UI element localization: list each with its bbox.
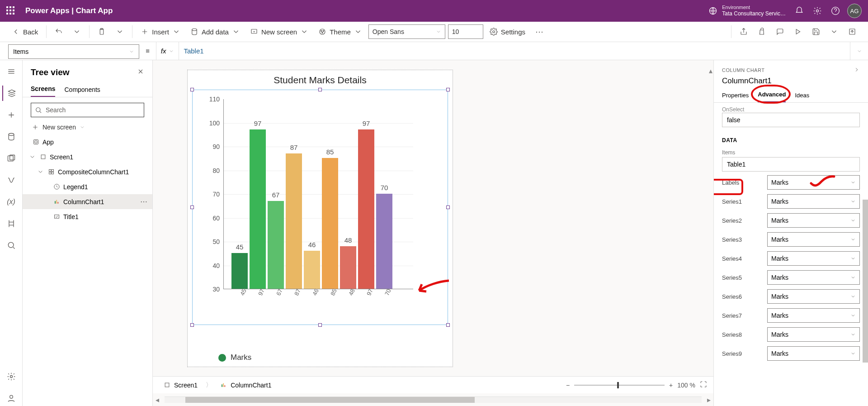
prop-field-select[interactable]: Marks <box>767 327 860 342</box>
tab-properties[interactable]: Properties <box>722 92 749 102</box>
help-icon[interactable] <box>826 2 844 20</box>
theme-button[interactable]: Theme <box>315 26 366 38</box>
tab-components[interactable]: Components <box>64 86 100 97</box>
new-screen-button[interactable]: New screen <box>23 120 152 134</box>
prop-field-select[interactable]: Marks <box>767 232 860 247</box>
horizontal-scrollbar[interactable] <box>165 396 702 403</box>
user-avatar[interactable]: AG <box>847 4 862 18</box>
undo-split-button[interactable] <box>69 26 85 38</box>
rail-treeview-icon[interactable] <box>2 86 20 101</box>
chart-legend: Marks <box>218 353 251 362</box>
svg-point-18 <box>9 395 13 398</box>
prop-field-select[interactable]: Marks <box>767 346 860 361</box>
fit-to-window-icon[interactable] <box>700 381 707 389</box>
prop-field-select[interactable]: Marks <box>767 213 860 228</box>
expand-pane-icon[interactable] <box>854 67 860 74</box>
tree-search-input[interactable]: Search <box>31 103 144 117</box>
svg-rect-23 <box>49 170 51 172</box>
undo-button[interactable] <box>51 26 66 38</box>
publish-icon[interactable] <box>844 26 860 38</box>
control-name: ColumnChart1 <box>714 75 868 89</box>
tab-ideas[interactable]: Ideas <box>795 92 809 102</box>
brand-title: Power Apps | Chart App <box>25 6 113 15</box>
rail-virtual-agent-icon[interactable] <box>2 391 20 406</box>
close-tree-icon[interactable] <box>137 68 144 77</box>
font-family-select[interactable]: Open Sans <box>368 24 445 39</box>
rail-search-icon[interactable] <box>2 238 20 253</box>
items-input[interactable]: Table1 <box>722 157 860 172</box>
tree-item-column-chart[interactable]: ColumnChart1⋯ <box>23 194 152 209</box>
rail-settings-icon[interactable] <box>2 369 20 384</box>
svg-point-8 <box>321 30 322 31</box>
insert-button[interactable]: Insert <box>137 26 184 38</box>
tree-item-legend[interactable]: Legend1 <box>23 179 152 194</box>
canvas[interactable]: ▴ Student Marks Details 3040506070809010… <box>153 60 713 406</box>
rail-data-icon[interactable] <box>2 129 20 144</box>
prop-field-select[interactable]: Marks <box>767 308 860 323</box>
prop-field-label: Series8 <box>722 331 767 338</box>
svg-rect-30 <box>57 202 58 204</box>
rail-insert-icon[interactable] <box>2 107 20 123</box>
svg-rect-31 <box>54 215 59 219</box>
svg-rect-25 <box>49 172 51 174</box>
expand-formula-button[interactable] <box>850 42 868 60</box>
prop-field-row: Series1Marks <box>722 194 860 209</box>
tree-item-composite-chart[interactable]: CompositeColumnChart1 <box>23 164 152 179</box>
new-screen-button[interactable]: New screen <box>246 26 312 38</box>
more-button[interactable]: ⋯ <box>532 25 548 38</box>
font-size-input[interactable]: 10 <box>448 24 483 39</box>
prop-field-select[interactable]: Marks <box>767 175 860 190</box>
rail-hamburger-icon[interactable] <box>2 64 20 79</box>
save-icon[interactable] <box>808 26 824 38</box>
paste-split-button[interactable] <box>112 26 127 38</box>
rail-media-icon[interactable] <box>2 151 20 166</box>
add-data-button[interactable]: Add data <box>187 26 244 38</box>
settings-button[interactable]: Settings <box>486 26 529 38</box>
app-launcher-icon[interactable] <box>6 6 15 15</box>
legend-marker-icon <box>218 354 226 362</box>
environment-picker[interactable]: Environment Tata Consultancy Servic… <box>722 5 786 17</box>
artboard[interactable]: Student Marks Details 304050607080901001… <box>187 70 453 367</box>
tab-advanced[interactable]: Advanced <box>758 91 786 102</box>
zoom-slider[interactable] <box>574 385 665 386</box>
annotation-arrow <box>414 277 450 300</box>
prop-field-select[interactable]: Marks <box>767 289 860 304</box>
command-bar: Back Insert Add data New screen Theme Op… <box>0 22 868 42</box>
svg-rect-29 <box>56 200 57 204</box>
breadcrumb-chart[interactable]: ColumnChart1 <box>216 380 276 391</box>
checker-icon[interactable] <box>754 26 769 38</box>
preview-icon[interactable] <box>790 26 806 38</box>
notifications-icon[interactable] <box>790 2 808 20</box>
rail-variables-icon[interactable]: (x) <box>2 194 20 210</box>
scroll-right-icon[interactable]: ▸ <box>707 396 711 404</box>
prop-field-select[interactable]: Marks <box>767 194 860 209</box>
tab-screens[interactable]: Screens <box>31 85 55 97</box>
paste-button[interactable] <box>94 26 109 38</box>
breadcrumb-screen[interactable]: Screen1 <box>159 380 202 391</box>
settings-gear-icon[interactable] <box>808 2 826 20</box>
onselect-input[interactable]: false <box>722 113 860 127</box>
column-chart-control[interactable]: 3040506070809010011045459797676787874646… <box>192 90 448 325</box>
svg-point-11 <box>493 31 495 33</box>
prop-field-row: Series3Marks <box>722 232 860 247</box>
scroll-left-icon[interactable]: ◂ <box>156 396 159 404</box>
tree-item-screen1[interactable]: Screen1 <box>23 149 152 164</box>
rail-tools-icon[interactable] <box>2 216 20 231</box>
fx-label[interactable]: fx <box>156 42 179 60</box>
formula-input[interactable]: Table1 <box>179 42 850 60</box>
tree-item-title[interactable]: Title1 <box>23 209 152 224</box>
tree-item-app[interactable]: App <box>23 134 152 149</box>
prop-field-select[interactable]: Marks <box>767 270 860 285</box>
tree-item-more-icon[interactable]: ⋯ <box>140 197 148 206</box>
share-icon[interactable] <box>736 26 751 38</box>
property-select[interactable]: Items <box>8 44 139 59</box>
scroll-up-icon[interactable]: ▴ <box>709 67 712 75</box>
back-button[interactable]: Back <box>8 26 42 38</box>
svg-rect-14 <box>8 156 13 161</box>
rail-flows-icon[interactable] <box>2 172 20 188</box>
save-split-button[interactable] <box>826 26 842 38</box>
zoom-in-button[interactable]: + <box>669 382 673 389</box>
prop-field-select[interactable]: Marks <box>767 251 860 266</box>
zoom-out-button[interactable]: − <box>566 382 570 389</box>
comments-icon[interactable] <box>772 26 788 38</box>
